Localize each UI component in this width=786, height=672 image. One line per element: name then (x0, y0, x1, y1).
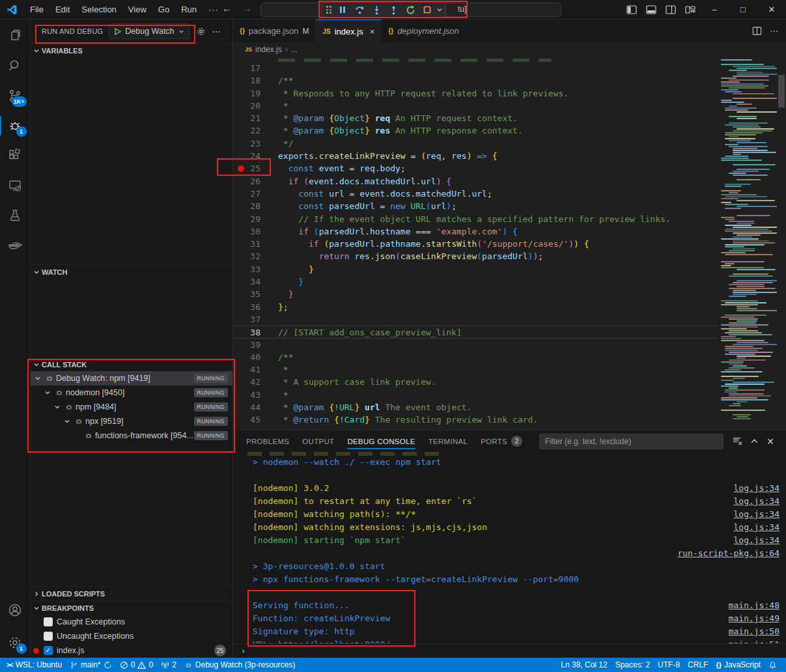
activity-bar-item-search[interactable] (0, 51, 31, 81)
source-link[interactable]: main.js:50 (729, 625, 779, 638)
activity-bar-item-run-and-debug[interactable]: 1 (0, 111, 31, 141)
gutter[interactable]: 38 (233, 326, 278, 337)
chevron-down-icon[interactable] (44, 389, 55, 396)
source-link[interactable]: main.js:51 (729, 638, 779, 643)
gutter[interactable]: 44 (233, 401, 278, 413)
launch-config-dropdown[interactable]: Debug Watch (109, 23, 189, 39)
minimize-button[interactable]: – (700, 0, 729, 20)
code-editor[interactable]: 1718/**19 * Responds to any HTTP request… (233, 57, 718, 430)
tab-index-js[interactable]: JSindex.js× (316, 20, 382, 42)
source-link[interactable]: run-script-pkg.js:64 (677, 547, 779, 560)
customize-layout-icon[interactable] (681, 0, 700, 20)
chevron-down-icon[interactable] (54, 404, 64, 410)
drag-grip-icon[interactable] (326, 6, 331, 14)
step-over-icon[interactable] (352, 3, 367, 16)
more-actions-icon[interactable]: ⋯ (770, 26, 778, 36)
panel-tab-output[interactable]: OUTPUT (297, 434, 339, 449)
activity-bar-item-extensions[interactable] (0, 141, 31, 171)
gutter[interactable]: 22 (233, 124, 278, 137)
breakpoint-row[interactable]: ✓index.js25 (31, 643, 232, 658)
start-debug-icon[interactable] (114, 28, 121, 35)
status-encoding[interactable]: UTF-8 (654, 658, 684, 672)
chevron-down-icon[interactable] (64, 418, 74, 425)
menu-go[interactable]: Go (152, 3, 175, 17)
nav-forward-icon[interactable]: → (242, 3, 252, 14)
call-stack-section-header[interactable]: CALL STACK (31, 357, 232, 371)
panel-tab-problems[interactable]: PROBLEMS (241, 434, 294, 449)
editor-scrollbar[interactable] (777, 57, 786, 430)
source-link[interactable]: log.js:34 (734, 495, 779, 508)
loaded-scripts-section-header[interactable]: LOADED SCRIPTS (31, 586, 232, 600)
gutter[interactable]: 36 (233, 301, 278, 313)
toggle-secondary-sidebar-icon[interactable] (661, 0, 681, 20)
checkbox[interactable] (44, 617, 53, 626)
call-stack-row[interactable]: Debug Watch: npm [9419]RUNNING (31, 371, 232, 385)
gutter[interactable]: 33 (233, 263, 278, 275)
status-ports[interactable]: 2 (157, 658, 180, 672)
step-out-icon[interactable] (386, 3, 401, 16)
activity-bar-item-accounts[interactable] (0, 595, 31, 625)
nav-back-icon[interactable]: ← (222, 3, 232, 14)
gutter[interactable]: 42 (233, 376, 278, 388)
gutter[interactable]: 20 (233, 100, 278, 112)
tab-package-json[interactable]: {}package.jsonM (233, 20, 316, 42)
more-actions-icon[interactable]: ⋯ (212, 27, 221, 36)
status-remote[interactable]: ><WSL: Ubuntu (3, 658, 66, 672)
source-link[interactable]: log.js:34 (734, 508, 779, 521)
menu-file[interactable]: File (24, 3, 49, 17)
close-button[interactable]: ✕ (757, 0, 786, 20)
gutter[interactable]: 25 (233, 162, 278, 175)
gutter[interactable]: 30 (233, 225, 278, 238)
activity-bar-item-docker[interactable] (0, 231, 31, 260)
toggle-primary-sidebar-icon[interactable] (622, 0, 641, 20)
gutter[interactable]: 41 (233, 363, 278, 376)
gutter[interactable]: 29 (233, 213, 278, 225)
console-filter-input[interactable] (539, 434, 723, 449)
step-into-icon[interactable] (369, 3, 384, 16)
activity-bar-item-explorer[interactable] (0, 21, 31, 51)
activity-bar-item-testing[interactable] (0, 201, 31, 231)
menu-run[interactable]: Run (175, 3, 203, 17)
gutter[interactable]: 46 (233, 427, 278, 430)
source-link[interactable]: log.js:34 (734, 521, 779, 534)
gutter[interactable]: 24 (233, 150, 278, 162)
panel-tab-debug-console[interactable]: DEBUG CONSOLE (342, 434, 420, 449)
gutter[interactable]: 28 (233, 200, 278, 212)
gutter[interactable]: 18 (233, 74, 278, 87)
clear-console-icon[interactable] (733, 436, 742, 446)
gear-icon[interactable] (196, 27, 206, 36)
gutter[interactable]: 39 (233, 339, 278, 351)
maximize-panel-icon[interactable] (750, 437, 759, 445)
call-stack-row[interactable]: functions-framework [954...RUNNING (31, 428, 232, 443)
activity-bar-item-settings[interactable]: 1 (0, 628, 31, 658)
debug-console-input[interactable]: › (233, 643, 786, 658)
source-link[interactable]: main.js:49 (729, 612, 779, 625)
gutter[interactable]: 21 (233, 112, 278, 124)
gutter[interactable]: 19 (233, 87, 278, 100)
source-link[interactable]: main.js:48 (729, 599, 779, 612)
panel-tab-ports[interactable]: PORTS2 (475, 432, 527, 451)
menu-edit[interactable]: Edit (49, 3, 76, 17)
menu-view[interactable]: View (122, 3, 152, 17)
debug-console-output[interactable]: > nodemon --watch ./ --exec npm start[no… (233, 452, 786, 643)
watch-section-header[interactable]: WATCH (31, 264, 232, 279)
minimap[interactable] (718, 57, 777, 430)
tab-deployment-json[interactable]: {}deployment.json (382, 20, 466, 42)
variables-section-header[interactable]: VARIABLES (31, 43, 232, 57)
source-link[interactable]: log.js:34 (734, 482, 779, 495)
stop-icon[interactable] (419, 3, 435, 16)
status-eol[interactable]: CRLF (684, 658, 712, 672)
gutter[interactable]: 27 (233, 188, 278, 200)
restart-icon[interactable] (402, 3, 418, 16)
gutter[interactable]: 32 (233, 250, 278, 262)
more-menu[interactable]: ··· (203, 3, 225, 17)
gutter[interactable]: 34 (233, 275, 278, 288)
toggle-panel-icon[interactable] (641, 0, 661, 20)
breakpoint-row[interactable]: Uncaught Exceptions (31, 629, 232, 643)
chevron-down-icon[interactable] (436, 7, 443, 13)
gutter[interactable]: 23 (233, 137, 278, 150)
status-problems[interactable]: 00 (116, 658, 157, 672)
scrollbar-thumb[interactable] (778, 75, 785, 107)
gutter[interactable]: 31 (233, 238, 278, 250)
gutter[interactable]: 35 (233, 288, 278, 300)
